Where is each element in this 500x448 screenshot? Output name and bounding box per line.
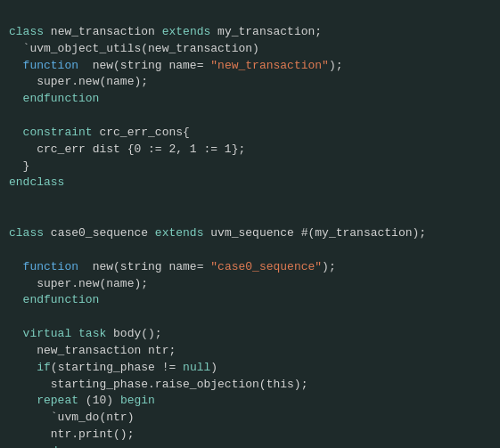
- line-9: }: [9, 159, 29, 173]
- line-23: repeat (10) begin: [9, 394, 155, 407]
- line-15: function new(string name= "case0_sequenc…: [9, 260, 336, 273]
- line-20: new_transaction ntr;: [9, 344, 176, 357]
- line-4: super.new(name);: [9, 75, 148, 88]
- line-5: endfunction: [9, 92, 99, 105]
- line-22: starting_phase.raise_objection(this);: [9, 378, 307, 391]
- line-8: crc_err dist {0 := 2, 1 := 1};: [9, 143, 245, 156]
- line-26: end: [9, 444, 58, 448]
- line-21: if(starting_phase != null): [9, 361, 217, 374]
- line-17: endfunction: [9, 293, 99, 306]
- line-7: constraint crc_err_cons{: [9, 126, 190, 139]
- line-2: `uvm_object_utils(new_transaction): [9, 42, 259, 55]
- line-25: ntr.print();: [9, 428, 134, 441]
- line-1: class new_transaction extends my_transac…: [9, 25, 322, 38]
- line-3: function new(string name= "new_transacti…: [9, 59, 343, 72]
- line-19: virtual task body();: [9, 327, 162, 340]
- code-editor: class new_transaction extends my_transac…: [0, 0, 500, 448]
- line-24: `uvm_do(ntr): [9, 411, 134, 424]
- line-10: endclass: [9, 175, 64, 189]
- line-13: class case0_sequence extends uvm_sequenc…: [9, 226, 426, 240]
- line-16: super.new(name);: [9, 277, 148, 290]
